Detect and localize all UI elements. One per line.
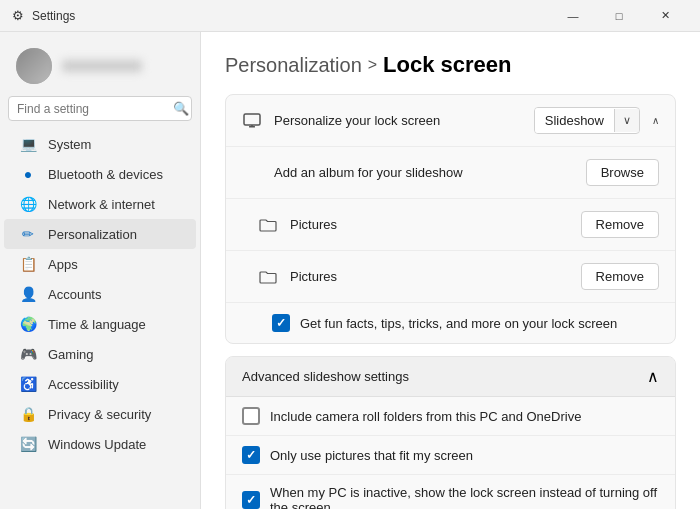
app-layout: 🔍 💻 System ● Bluetooth & devices 🌐 Netwo… — [0, 32, 700, 509]
close-button[interactable]: ✕ — [642, 0, 688, 32]
add-album-row: Add an album for your slideshow Browse — [226, 147, 675, 199]
pictures-row-1: Pictures Remove — [226, 199, 675, 251]
personalize-row: Personalize your lock screen Slideshow ∨… — [226, 95, 675, 147]
camera-roll-checkbox[interactable] — [242, 407, 260, 425]
svg-rect-1 — [249, 126, 255, 128]
gaming-icon: 🎮 — [20, 346, 36, 362]
title-bar-title: ⚙ Settings — [12, 8, 75, 23]
minimize-button[interactable]: — — [550, 0, 596, 32]
camera-roll-label: Include camera roll folders from this PC… — [270, 409, 581, 424]
inactive-checkbox[interactable] — [242, 491, 260, 509]
bluetooth-icon: ● — [20, 166, 36, 182]
breadcrumb-parent[interactable]: Personalization — [225, 54, 362, 77]
sidebar-item-system[interactable]: 💻 System — [4, 129, 196, 159]
profile-name — [62, 60, 142, 72]
sidebar-item-time[interactable]: 🌍 Time & language — [4, 309, 196, 339]
breadcrumb: Personalization > Lock screen — [225, 52, 676, 78]
sidebar-item-accessibility[interactable]: ♿ Accessibility — [4, 369, 196, 399]
fun-facts-label: Get fun facts, tips, tricks, and more on… — [300, 316, 617, 331]
accessibility-icon: ♿ — [20, 376, 36, 392]
sidebar-item-gaming[interactable]: 🎮 Gaming — [4, 339, 196, 369]
network-icon: 🌐 — [20, 196, 36, 212]
browse-button[interactable]: Browse — [586, 159, 659, 186]
remove-button-2[interactable]: Remove — [581, 263, 659, 290]
fit-screen-label: Only use pictures that fit my screen — [270, 448, 473, 463]
maximize-button[interactable]: □ — [596, 0, 642, 32]
sidebar-item-bluetooth[interactable]: ● Bluetooth & devices — [4, 159, 196, 189]
avatar — [16, 48, 52, 84]
advanced-settings-card: Advanced slideshow settings ∧ Include ca… — [225, 356, 676, 509]
search-input[interactable] — [17, 102, 167, 116]
advanced-section-header[interactable]: Advanced slideshow settings ∧ — [226, 357, 675, 397]
main-content: Personalization > Lock screen Personaliz… — [200, 32, 700, 509]
advanced-label: Advanced slideshow settings — [242, 369, 409, 384]
personalization-icon: ✏ — [20, 226, 36, 242]
collapse-icon: ∧ — [647, 367, 659, 386]
pictures-row-2: Pictures Remove — [226, 251, 675, 303]
slideshow-value: Slideshow — [535, 108, 614, 133]
sidebar: 🔍 💻 System ● Bluetooth & devices 🌐 Netwo… — [0, 32, 200, 509]
add-album-label: Add an album for your slideshow — [274, 165, 574, 180]
privacy-icon: 🔒 — [20, 406, 36, 422]
sidebar-item-network[interactable]: 🌐 Network & internet — [4, 189, 196, 219]
svg-rect-0 — [244, 114, 260, 125]
sidebar-item-personalization[interactable]: ✏ Personalization — [4, 219, 196, 249]
lock-screen-card: Personalize your lock screen Slideshow ∨… — [225, 94, 676, 344]
camera-roll-row: Include camera roll folders from this PC… — [226, 397, 675, 436]
expand-icon[interactable]: ∧ — [652, 115, 659, 126]
search-icon: 🔍 — [173, 101, 189, 116]
pictures-label-1: Pictures — [290, 217, 569, 232]
fun-facts-row: Get fun facts, tips, tricks, and more on… — [226, 303, 675, 343]
fit-screen-row: Only use pictures that fit my screen — [226, 436, 675, 475]
breadcrumb-current: Lock screen — [383, 52, 511, 78]
personalize-label: Personalize your lock screen — [274, 113, 522, 128]
update-icon: 🔄 — [20, 436, 36, 452]
monitor-icon — [242, 111, 262, 131]
slideshow-select[interactable]: Slideshow ∨ — [534, 107, 640, 134]
select-dropdown-icon[interactable]: ∨ — [614, 109, 639, 132]
system-icon: 💻 — [20, 136, 36, 152]
title-bar: ⚙ Settings — □ ✕ — [0, 0, 700, 32]
fit-screen-checkbox[interactable] — [242, 446, 260, 464]
profile-section — [0, 40, 200, 96]
apps-icon: 📋 — [20, 256, 36, 272]
fun-facts-checkbox[interactable] — [272, 314, 290, 332]
remove-button-1[interactable]: Remove — [581, 211, 659, 238]
folder-icon-2 — [258, 267, 278, 287]
sidebar-item-privacy[interactable]: 🔒 Privacy & security — [4, 399, 196, 429]
pictures-label-2: Pictures — [290, 269, 569, 284]
time-icon: 🌍 — [20, 316, 36, 332]
inactive-label: When my PC is inactive, show the lock sc… — [270, 485, 659, 509]
window-controls: — □ ✕ — [550, 0, 688, 32]
folder-icon-1 — [258, 215, 278, 235]
sidebar-item-apps[interactable]: 📋 Apps — [4, 249, 196, 279]
search-box[interactable]: 🔍 — [8, 96, 192, 121]
sidebar-item-update[interactable]: 🔄 Windows Update — [4, 429, 196, 459]
fun-facts-icon-spacer — [242, 313, 262, 333]
breadcrumb-separator: > — [368, 56, 377, 74]
accounts-icon: 👤 — [20, 286, 36, 302]
sidebar-item-accounts[interactable]: 👤 Accounts — [4, 279, 196, 309]
inactive-row: When my PC is inactive, show the lock sc… — [226, 475, 675, 509]
